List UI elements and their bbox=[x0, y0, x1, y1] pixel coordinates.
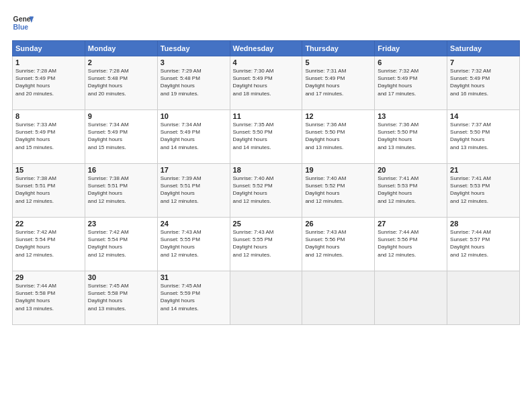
day-number: 27 bbox=[378, 220, 444, 228]
day-number: 16 bbox=[88, 166, 154, 174]
weekday-header: Sunday bbox=[13, 41, 85, 56]
day-number: 29 bbox=[15, 273, 82, 281]
logo: General Blue bbox=[12, 12, 34, 34]
day-number: 25 bbox=[233, 220, 300, 228]
day-info: Sunrise: 7:41 AM Sunset: 5:53 PM Dayligh… bbox=[450, 175, 517, 205]
calendar-cell: 18 Sunrise: 7:40 AM Sunset: 5:52 PM Dayl… bbox=[230, 164, 302, 218]
day-number: 9 bbox=[88, 112, 154, 120]
calendar-cell: 5 Sunrise: 7:31 AM Sunset: 5:49 PM Dayli… bbox=[302, 56, 375, 110]
calendar-cell: 3 Sunrise: 7:29 AM Sunset: 5:48 PM Dayli… bbox=[157, 56, 230, 110]
day-number: 2 bbox=[88, 58, 154, 66]
calendar-week-row: 8 Sunrise: 7:33 AM Sunset: 5:49 PM Dayli… bbox=[13, 110, 520, 164]
day-number: 7 bbox=[450, 58, 517, 66]
calendar-cell: 19 Sunrise: 7:40 AM Sunset: 5:52 PM Dayl… bbox=[302, 164, 375, 218]
day-number: 22 bbox=[15, 220, 82, 228]
day-number: 14 bbox=[450, 112, 517, 120]
day-info: Sunrise: 7:33 AM Sunset: 5:49 PM Dayligh… bbox=[15, 121, 82, 151]
day-info: Sunrise: 7:34 AM Sunset: 5:49 PM Dayligh… bbox=[88, 121, 154, 151]
day-number: 3 bbox=[161, 58, 227, 66]
calendar-cell bbox=[375, 271, 447, 325]
calendar-cell: 7 Sunrise: 7:32 AM Sunset: 5:49 PM Dayli… bbox=[447, 56, 520, 110]
day-info: Sunrise: 7:37 AM Sunset: 5:50 PM Dayligh… bbox=[450, 121, 517, 151]
calendar-cell: 8 Sunrise: 7:33 AM Sunset: 5:49 PM Dayli… bbox=[13, 110, 85, 164]
svg-text:Blue: Blue bbox=[13, 24, 29, 31]
calendar-cell: 13 Sunrise: 7:36 AM Sunset: 5:50 PM Dayl… bbox=[375, 110, 447, 164]
calendar-cell: 4 Sunrise: 7:30 AM Sunset: 5:49 PM Dayli… bbox=[230, 56, 302, 110]
calendar-week-row: 15 Sunrise: 7:38 AM Sunset: 5:51 PM Dayl… bbox=[13, 164, 520, 218]
day-number: 12 bbox=[305, 112, 371, 120]
day-number: 24 bbox=[161, 220, 227, 228]
calendar-cell: 6 Sunrise: 7:32 AM Sunset: 5:49 PM Dayli… bbox=[375, 56, 447, 110]
calendar-cell: 27 Sunrise: 7:44 AM Sunset: 5:56 PM Dayl… bbox=[375, 218, 447, 271]
day-info: Sunrise: 7:42 AM Sunset: 5:54 PM Dayligh… bbox=[88, 228, 154, 259]
day-info: Sunrise: 7:40 AM Sunset: 5:52 PM Dayligh… bbox=[305, 175, 371, 205]
page-container: General Blue SundayMondayTuesdayWednesda… bbox=[0, 0, 532, 411]
day-number: 6 bbox=[378, 58, 444, 66]
calendar-cell: 14 Sunrise: 7:37 AM Sunset: 5:50 PM Dayl… bbox=[447, 110, 520, 164]
day-info: Sunrise: 7:38 AM Sunset: 5:51 PM Dayligh… bbox=[88, 175, 154, 205]
calendar-table: SundayMondayTuesdayWednesdayThursdayFrid… bbox=[12, 40, 520, 325]
calendar-week-row: 29 Sunrise: 7:44 AM Sunset: 5:58 PM Dayl… bbox=[13, 271, 520, 325]
day-info: Sunrise: 7:38 AM Sunset: 5:51 PM Dayligh… bbox=[15, 175, 82, 205]
day-info: Sunrise: 7:28 AM Sunset: 5:49 PM Dayligh… bbox=[15, 67, 82, 97]
calendar-cell: 30 Sunrise: 7:45 AM Sunset: 5:58 PM Dayl… bbox=[85, 271, 157, 325]
weekday-header: Tuesday bbox=[157, 41, 230, 56]
day-number: 11 bbox=[233, 112, 300, 120]
day-info: Sunrise: 7:44 AM Sunset: 5:56 PM Dayligh… bbox=[378, 228, 444, 259]
day-number: 13 bbox=[378, 112, 444, 120]
calendar-cell: 15 Sunrise: 7:38 AM Sunset: 5:51 PM Dayl… bbox=[13, 164, 85, 218]
day-info: Sunrise: 7:39 AM Sunset: 5:51 PM Dayligh… bbox=[161, 175, 227, 205]
weekday-header: Saturday bbox=[447, 41, 520, 56]
calendar-week-row: 1 Sunrise: 7:28 AM Sunset: 5:49 PM Dayli… bbox=[13, 56, 520, 110]
day-info: Sunrise: 7:41 AM Sunset: 5:53 PM Dayligh… bbox=[378, 175, 444, 205]
day-number: 23 bbox=[88, 220, 154, 228]
day-info: Sunrise: 7:43 AM Sunset: 5:55 PM Dayligh… bbox=[233, 228, 300, 259]
day-info: Sunrise: 7:36 AM Sunset: 5:50 PM Dayligh… bbox=[305, 121, 371, 151]
calendar-cell: 2 Sunrise: 7:28 AM Sunset: 5:48 PM Dayli… bbox=[85, 56, 157, 110]
day-info: Sunrise: 7:35 AM Sunset: 5:50 PM Dayligh… bbox=[233, 121, 300, 151]
calendar-cell: 31 Sunrise: 7:45 AM Sunset: 5:59 PM Dayl… bbox=[157, 271, 230, 325]
day-info: Sunrise: 7:36 AM Sunset: 5:50 PM Dayligh… bbox=[378, 121, 444, 151]
calendar-cell: 17 Sunrise: 7:39 AM Sunset: 5:51 PM Dayl… bbox=[157, 164, 230, 218]
weekday-header: Monday bbox=[85, 41, 157, 56]
day-info: Sunrise: 7:43 AM Sunset: 5:55 PM Dayligh… bbox=[161, 228, 227, 259]
calendar-cell: 1 Sunrise: 7:28 AM Sunset: 5:49 PM Dayli… bbox=[13, 56, 85, 110]
day-number: 4 bbox=[233, 58, 300, 66]
calendar-cell: 26 Sunrise: 7:43 AM Sunset: 5:56 PM Dayl… bbox=[302, 218, 375, 271]
calendar-cell: 10 Sunrise: 7:34 AM Sunset: 5:49 PM Dayl… bbox=[157, 110, 230, 164]
calendar-cell: 11 Sunrise: 7:35 AM Sunset: 5:50 PM Dayl… bbox=[230, 110, 302, 164]
calendar-cell: 20 Sunrise: 7:41 AM Sunset: 5:53 PM Dayl… bbox=[375, 164, 447, 218]
logo-icon: General Blue bbox=[12, 12, 34, 34]
calendar-week-row: 22 Sunrise: 7:42 AM Sunset: 5:54 PM Dayl… bbox=[13, 218, 520, 271]
day-number: 31 bbox=[161, 273, 227, 281]
day-info: Sunrise: 7:29 AM Sunset: 5:48 PM Dayligh… bbox=[161, 67, 227, 97]
weekday-header: Thursday bbox=[302, 41, 375, 56]
day-number: 19 bbox=[305, 166, 371, 174]
day-number: 17 bbox=[161, 166, 227, 174]
weekday-header: Friday bbox=[375, 41, 447, 56]
day-number: 1 bbox=[15, 58, 82, 66]
day-number: 15 bbox=[15, 166, 82, 174]
day-info: Sunrise: 7:42 AM Sunset: 5:54 PM Dayligh… bbox=[15, 228, 82, 259]
day-number: 8 bbox=[15, 112, 82, 120]
calendar-cell: 12 Sunrise: 7:36 AM Sunset: 5:50 PM Dayl… bbox=[302, 110, 375, 164]
calendar-cell: 9 Sunrise: 7:34 AM Sunset: 5:49 PM Dayli… bbox=[85, 110, 157, 164]
day-number: 21 bbox=[450, 166, 517, 174]
day-number: 20 bbox=[378, 166, 444, 174]
day-info: Sunrise: 7:31 AM Sunset: 5:49 PM Dayligh… bbox=[305, 67, 371, 97]
calendar-cell: 21 Sunrise: 7:41 AM Sunset: 5:53 PM Dayl… bbox=[447, 164, 520, 218]
calendar-cell: 29 Sunrise: 7:44 AM Sunset: 5:58 PM Dayl… bbox=[13, 271, 85, 325]
calendar-cell: 23 Sunrise: 7:42 AM Sunset: 5:54 PM Dayl… bbox=[85, 218, 157, 271]
weekday-header: Wednesday bbox=[230, 41, 302, 56]
calendar-cell: 22 Sunrise: 7:42 AM Sunset: 5:54 PM Dayl… bbox=[13, 218, 85, 271]
day-info: Sunrise: 7:44 AM Sunset: 5:57 PM Dayligh… bbox=[450, 228, 517, 259]
calendar-cell: 25 Sunrise: 7:43 AM Sunset: 5:55 PM Dayl… bbox=[230, 218, 302, 271]
calendar-cell: 28 Sunrise: 7:44 AM Sunset: 5:57 PM Dayl… bbox=[447, 218, 520, 271]
day-info: Sunrise: 7:40 AM Sunset: 5:52 PM Dayligh… bbox=[233, 175, 300, 205]
day-info: Sunrise: 7:43 AM Sunset: 5:56 PM Dayligh… bbox=[305, 228, 371, 259]
page-header: General Blue bbox=[12, 12, 520, 34]
calendar-cell bbox=[302, 271, 375, 325]
day-number: 18 bbox=[233, 166, 300, 174]
day-number: 10 bbox=[161, 112, 227, 120]
day-number: 26 bbox=[305, 220, 371, 228]
